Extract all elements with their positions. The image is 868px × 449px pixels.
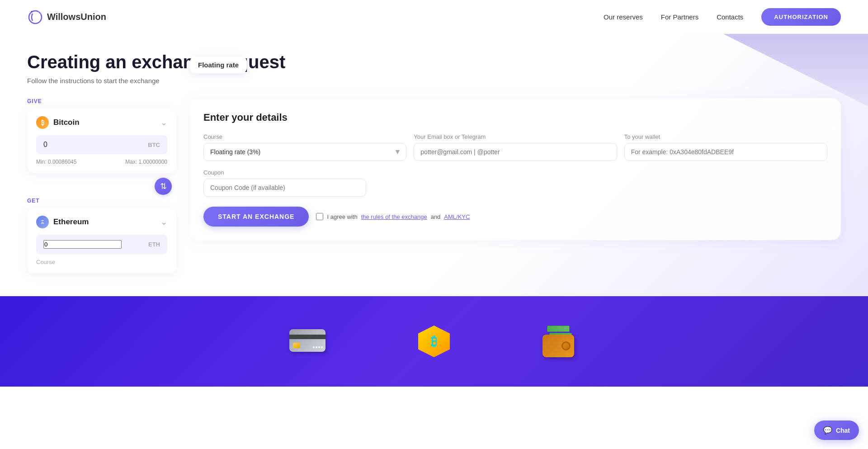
shield-shape: ₿ xyxy=(418,326,450,357)
btc-shield-icon: ₿ xyxy=(416,323,452,359)
svg-point-0 xyxy=(29,11,42,24)
give-label: GIVE xyxy=(27,98,176,104)
rules-link[interactable]: the rules of the exchange xyxy=(361,213,427,220)
give-currency-name: ₿ Bitcoin xyxy=(36,116,80,129)
wallet-input[interactable] xyxy=(624,143,827,161)
get-currency-label: Ethereum xyxy=(53,217,89,227)
get-amount-input-wrap: ETH xyxy=(36,235,167,254)
wallet-group: To your wallet xyxy=(624,133,827,161)
give-amount-input-wrap: BTC xyxy=(36,135,167,154)
coupon-group: Coupon xyxy=(203,169,827,197)
give-max: Max: 1.00000000 xyxy=(125,159,167,165)
card-stripe xyxy=(289,335,326,339)
wallet-body xyxy=(542,335,574,357)
start-exchange-button[interactable]: START AN EXCHANGE xyxy=(203,207,309,227)
hero-section: Creating an exchange request Follow the … xyxy=(0,34,868,296)
logo[interactable]: WillowsUnion xyxy=(27,9,106,25)
exchange-area: GIVE ₿ Bitcoin ⌄ BTC Min: 0.00086045 Max… xyxy=(27,98,841,278)
get-amount-input[interactable] xyxy=(43,240,122,249)
give-currency-label: Bitcoin xyxy=(53,118,80,127)
and-text: and xyxy=(431,213,441,220)
card-chip xyxy=(293,343,300,348)
coupon-label: Coupon xyxy=(203,169,827,176)
give-card: ₿ Bitcoin ⌄ BTC Min: 0.00086045 Max: 1.0… xyxy=(27,108,176,173)
card-numbers xyxy=(313,346,323,348)
swap-btn-wrap: ⇅ xyxy=(27,178,176,195)
agree-text: I agree with xyxy=(327,213,357,220)
course-group: Course Floating rate (3%) Fixed rate ▼ xyxy=(203,133,406,161)
eth-icon: Ξ xyxy=(36,216,49,228)
give-min-max: Min: 0.00086045 Max: 1.00000000 xyxy=(36,159,167,165)
give-amount-input[interactable] xyxy=(43,141,137,149)
navbar: WillowsUnion Our reserves For Partners C… xyxy=(0,0,868,34)
get-chevron-down-icon[interactable]: ⌄ xyxy=(160,217,167,227)
coupon-input[interactable] xyxy=(203,179,366,197)
footer-banner: ₿ xyxy=(0,296,868,387)
wallet-clasp xyxy=(561,341,571,350)
agree-checkbox[interactable] xyxy=(316,213,323,220)
nav-reserves[interactable]: Our reserves xyxy=(604,13,643,21)
floating-rate-badge: Floating rate xyxy=(190,57,247,73)
svg-point-2 xyxy=(38,11,40,12)
nav-partners[interactable]: For Partners xyxy=(661,13,698,21)
aml-link[interactable]: AML/KYC xyxy=(444,213,470,220)
email-label: Your Email box or Telegram xyxy=(414,133,617,140)
btc-shield-icon-wrap: ₿ xyxy=(416,323,452,359)
start-row: START AN EXCHANGE I agree with the rules… xyxy=(203,207,827,227)
get-card-header: Ξ Ethereum ⌄ xyxy=(36,216,167,228)
give-chevron-down-icon[interactable]: ⌄ xyxy=(160,118,167,128)
give-card-header: ₿ Bitcoin ⌄ xyxy=(36,116,167,129)
give-currency-code: BTC xyxy=(148,142,160,148)
btc-icon: ₿ xyxy=(36,116,49,129)
svg-point-1 xyxy=(31,11,33,13)
get-currency-code: ETH xyxy=(148,241,160,248)
email-group: Your Email box or Telegram xyxy=(414,133,617,161)
wallet-label: To your wallet xyxy=(624,133,827,140)
nav-links: Our reserves For Partners Contacts AUTHO… xyxy=(604,8,841,26)
course-select-wrap: Floating rate (3%) Fixed rate ▼ xyxy=(203,143,406,161)
right-panel: Enter your details Course Floating rate … xyxy=(190,98,841,240)
swap-button[interactable]: ⇅ xyxy=(155,178,172,195)
details-title: Enter your details xyxy=(203,112,827,123)
nav-contacts[interactable]: Contacts xyxy=(717,13,743,21)
svg-point-3 xyxy=(40,13,42,14)
give-min: Min: 0.00086045 xyxy=(36,159,76,165)
auth-button[interactable]: AUTHORIZATION xyxy=(761,8,841,26)
get-label: GET xyxy=(27,198,176,204)
course-label: Course xyxy=(203,133,406,140)
credit-card-icon xyxy=(289,329,326,354)
credit-card-icon-wrap xyxy=(289,329,326,354)
bill-1 xyxy=(547,326,570,332)
wallet-icon-wrap xyxy=(542,326,579,357)
email-input[interactable] xyxy=(414,143,617,161)
left-panel: GIVE ₿ Bitcoin ⌄ BTC Min: 0.00086045 Max… xyxy=(27,98,176,278)
form-row-1: Course Floating rate (3%) Fixed rate ▼ Y… xyxy=(203,133,827,161)
get-card: Ξ Ethereum ⌄ ETH Course xyxy=(27,208,176,274)
logo-text: WillowsUnion xyxy=(47,12,106,22)
get-course-label: Course xyxy=(36,259,167,265)
logo-icon xyxy=(27,9,43,25)
get-currency-name: Ξ Ethereum xyxy=(36,216,89,228)
card-body xyxy=(289,329,326,352)
page-subtitle: Follow the instructions to start the exc… xyxy=(27,77,841,85)
page-title: Creating an exchange request xyxy=(27,52,841,72)
course-select[interactable]: Floating rate (3%) Fixed rate xyxy=(203,143,406,161)
agree-wrap: I agree with the rules of the exchange a… xyxy=(316,213,470,220)
wallet-icon xyxy=(542,326,579,357)
